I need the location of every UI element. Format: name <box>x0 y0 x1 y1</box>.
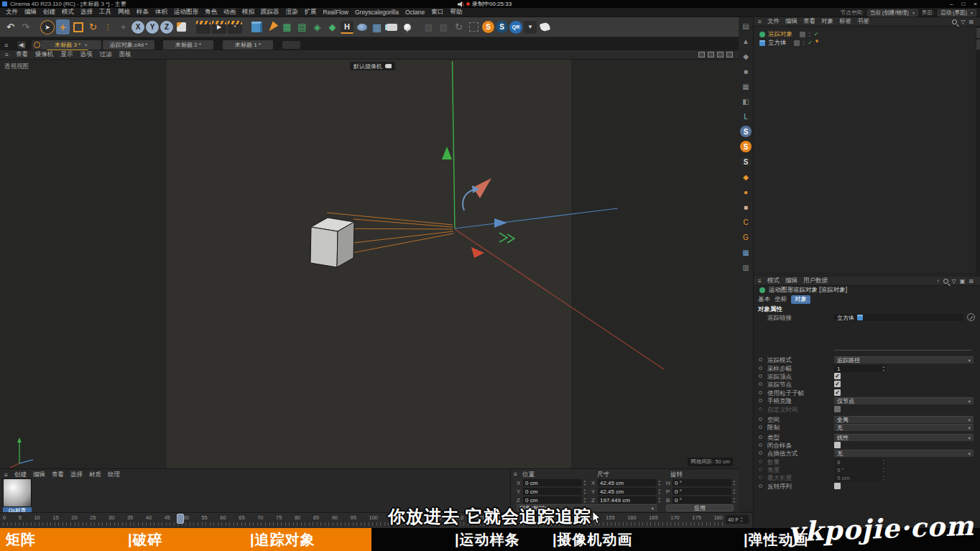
tab-basic[interactable]: 基本 <box>758 295 770 304</box>
tab-trace-object[interactable]: 追踪对象.c4d * <box>103 40 154 50</box>
type-dropdown[interactable]: 线性▼ <box>834 434 974 441</box>
palette-grid-icon[interactable]: ▦ <box>740 80 752 92</box>
mat-menu-texture[interactable]: 纹理 <box>108 471 120 479</box>
hamburger-icon[interactable]: ≡ <box>758 277 762 284</box>
tan-square-icon[interactable]: ■ <box>740 201 752 213</box>
menu-item[interactable]: 动画 <box>223 8 236 17</box>
hamburger-icon[interactable]: ≡ <box>4 42 8 49</box>
mat-menu-view[interactable]: 查看 <box>52 471 64 479</box>
z-axis-lock-icon[interactable]: Z <box>160 21 173 34</box>
attr-menu-mode[interactable]: 模式 <box>767 277 780 285</box>
c4d-g-icon[interactable]: G <box>740 231 752 243</box>
redo-icon[interactable]: ↷ <box>19 19 32 34</box>
keyframe-ring-icon[interactable] <box>759 435 762 439</box>
keyframe-ring-icon[interactable] <box>759 443 762 447</box>
refresh-icon[interactable]: ↻ <box>452 19 466 34</box>
spinner-arrows-icon[interactable]: ▴▾ <box>883 365 884 372</box>
pin-tabs-icon[interactable]: ◀| <box>17 41 26 49</box>
apply-button[interactable]: 应用 <box>666 504 734 511</box>
keyframe-ring-icon[interactable] <box>759 374 762 378</box>
hamburger-icon[interactable]: ≡ <box>5 51 9 58</box>
cloner-icon[interactable]: ▦ <box>280 19 294 34</box>
menu-item[interactable]: RealFlow <box>323 9 348 16</box>
move-tool-icon[interactable]: + <box>56 19 70 34</box>
array-icon[interactable]: ▦ <box>370 19 384 34</box>
minimize-button[interactable]: – <box>950 1 953 7</box>
c4d-c-icon[interactable]: C <box>740 216 752 228</box>
hamburger-icon[interactable]: ≡ <box>758 18 762 25</box>
last-tool-icon[interactable]: ⋮ <box>101 19 115 34</box>
keyframe-ring-icon[interactable] <box>759 391 762 394</box>
menu-item[interactable]: Octane <box>405 9 425 16</box>
close-icon[interactable]: × <box>84 42 88 48</box>
palette-half-icon[interactable]: ◧ <box>740 96 752 107</box>
workplane-icon[interactable] <box>175 19 188 34</box>
blue-handle-icon[interactable] <box>463 190 473 210</box>
deformer-icon[interactable]: H <box>341 21 353 34</box>
object-name[interactable]: 追踪对象 <box>768 30 792 39</box>
menu-item[interactable]: 渲染 <box>286 8 298 17</box>
om-menu-bookmark[interactable]: 书签 <box>857 17 869 26</box>
menu-item[interactable]: Greyscalegorilla <box>355 9 399 16</box>
palette-solid-icon[interactable]: ■ <box>740 65 752 77</box>
mat-menu-select[interactable]: 选择 <box>70 471 83 479</box>
sketch-dark-icon[interactable]: S <box>740 156 752 167</box>
mograph-tag-icon[interactable]: * <box>815 39 818 47</box>
filter-icon[interactable]: ▽ <box>952 278 956 284</box>
grid-blue-icon[interactable]: ▦ <box>740 246 752 258</box>
enabled-check-icon[interactable]: ✓ <box>814 31 819 37</box>
sketch-material-icon[interactable]: S <box>482 21 494 33</box>
viewport-menu-view[interactable]: 查看 <box>16 50 28 59</box>
brush-icon[interactable] <box>538 19 552 34</box>
om-scrollbar[interactable] <box>976 27 980 282</box>
keyframe-ring-icon[interactable] <box>759 382 762 386</box>
palette-gem-icon[interactable]: ◆ <box>740 50 752 62</box>
spline-pen-icon[interactable] <box>265 19 279 34</box>
palette-spline-icon[interactable]: L <box>740 111 752 122</box>
space-dropdown[interactable]: 全局▼ <box>834 416 974 423</box>
attr-menu-userdata[interactable]: 用户数据 <box>803 277 828 285</box>
size-z-field[interactable]: Z197.449 cm▴▾ <box>591 496 660 504</box>
tab-overflow-button[interactable] <box>282 41 300 49</box>
x-axis-arrow-icon[interactable] <box>494 218 507 228</box>
default-camera-button[interactable]: 默认摄像机 <box>350 62 395 70</box>
scale-tool-icon[interactable] <box>71 19 85 34</box>
mograph-icon[interactable]: ◆ <box>325 19 339 34</box>
position-y-field[interactable]: Y0 cm▴▾ <box>517 488 586 495</box>
menu-item[interactable]: 扩展 <box>305 8 317 17</box>
viewport-menu-options[interactable]: 选项 <box>80 50 92 59</box>
rotation-h-field[interactable]: H0 °▴▾ <box>666 479 735 486</box>
rotate-tool-icon[interactable]: ↻ <box>86 19 100 34</box>
om-menu-tag[interactable]: 标签 <box>839 17 851 26</box>
render-settings-icon[interactable]: * <box>228 21 242 34</box>
keyframe-ring-icon[interactable] <box>759 366 762 370</box>
search-icon[interactable] <box>952 19 957 24</box>
cube-primitive-icon[interactable] <box>250 19 264 34</box>
om-menu-view[interactable]: 查看 <box>803 17 815 26</box>
limit-dropdown[interactable]: 无▼ <box>834 424 974 431</box>
menu-item[interactable]: 创建 <box>43 8 55 17</box>
menu-item[interactable]: 样条 <box>137 8 149 17</box>
trace-vertices-checkbox[interactable]: ✓ <box>834 373 841 379</box>
position-x-field[interactable]: X0 cm▴▾ <box>517 479 586 486</box>
interface-dropdown[interactable]: 启动 (界面)▼ <box>938 9 976 17</box>
disabled-tool-icon[interactable]: ▨ <box>437 19 450 34</box>
enabled-check-icon[interactable]: ✓ <box>808 40 813 46</box>
toolbar-sep[interactable] <box>244 19 249 34</box>
tab-untitled-2[interactable]: 未标题 2 * <box>163 40 213 50</box>
size-y-field[interactable]: Y42.45 cm▴▾ <box>591 488 660 495</box>
z-axis-arrow-icon[interactable] <box>471 247 484 258</box>
effector-icon[interactable]: ◈ <box>310 19 324 34</box>
om-menu-object[interactable]: 对象 <box>821 17 833 26</box>
toolbar-sep[interactable] <box>415 19 420 34</box>
keyframe-ring-icon[interactable] <box>759 399 762 402</box>
close-button[interactable]: × <box>974 1 977 7</box>
particle-subframes-checkbox[interactable]: ✓ <box>834 389 841 396</box>
object-name[interactable]: 立方体 <box>768 39 787 47</box>
om-menu-edit[interactable]: 编辑 <box>785 17 798 26</box>
layout-icon[interactable]: ⊞ <box>969 19 974 25</box>
sketch-style-icon[interactable]: S <box>496 21 508 33</box>
cube-object[interactable] <box>310 218 354 267</box>
menu-item[interactable]: 窗口 <box>431 8 443 17</box>
qr-icon[interactable]: QR <box>509 21 522 34</box>
